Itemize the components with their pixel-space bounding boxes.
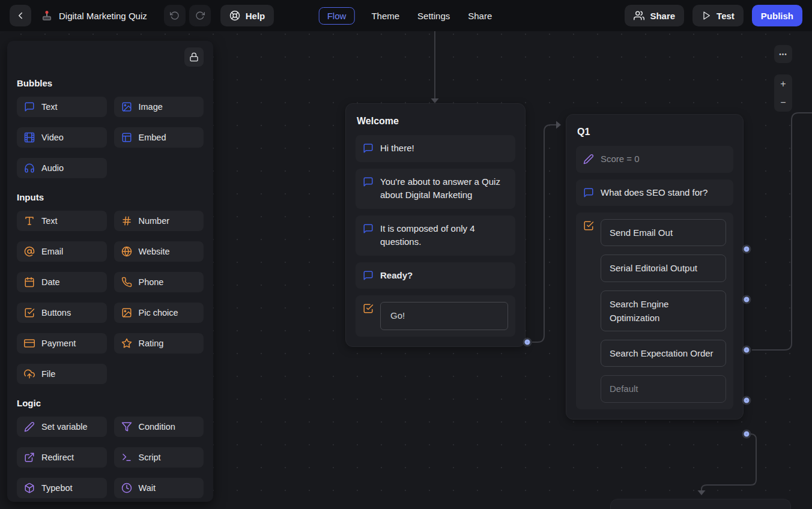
set-variable-block[interactable]: Score = 0 [576, 146, 733, 173]
chat-bubble-icon [363, 223, 374, 234]
test-button[interactable]: Test [692, 5, 744, 26]
redo-button[interactable] [189, 5, 211, 26]
check-square-icon [24, 307, 35, 318]
port-option-4[interactable] [744, 398, 750, 403]
choice-item[interactable]: Search Engine Optimization [601, 291, 726, 332]
topbar: Digital Marketing Quiz Help Flow Theme S… [0, 0, 812, 31]
sidebar-item-email-input[interactable]: Email [17, 241, 107, 262]
share-button[interactable]: Share [625, 5, 684, 26]
bot-title: Digital Marketing Quiz [59, 11, 147, 21]
share-label: Share [650, 11, 675, 21]
type-icon [24, 215, 35, 226]
tab-share[interactable]: Share [467, 8, 493, 24]
lock-sidebar-button[interactable] [184, 47, 204, 67]
text-bubble-block[interactable]: You're about to answer a Quiz about Digi… [356, 169, 515, 209]
box-icon [24, 483, 35, 493]
undo-button[interactable] [164, 5, 186, 26]
port-option-3[interactable] [744, 348, 750, 353]
chat-bubble-icon [583, 187, 594, 198]
bot-brand: Digital Marketing Quiz [41, 10, 156, 22]
section-title-logic: Logic [17, 398, 204, 408]
port-option-2[interactable] [744, 297, 750, 303]
sidebar-item-number-input[interactable]: Number [114, 211, 204, 231]
chat-bubble-icon [363, 176, 374, 187]
check-square-icon [363, 303, 374, 314]
choice-item[interactable]: Go! [380, 302, 508, 330]
filter-icon [121, 421, 132, 432]
back-button[interactable] [10, 5, 31, 26]
sidebar-item-video-bubble[interactable]: Video [17, 127, 107, 148]
calendar-icon [24, 277, 35, 288]
pic-choice-icon [121, 307, 132, 318]
sidebar-item-audio-bubble[interactable]: Audio [17, 158, 107, 178]
sidebar-item-payment-input[interactable]: Payment [17, 333, 107, 354]
publish-button[interactable]: Publish [752, 5, 802, 26]
undo-icon [170, 11, 180, 20]
sidebar-item-script[interactable]: Script [114, 447, 204, 468]
chat-bubble-icon [363, 270, 374, 281]
image-icon [121, 101, 132, 112]
sidebar-item-set-variable[interactable]: Set variable [17, 417, 107, 437]
choice-item[interactable]: Search Expectation Order [601, 340, 726, 367]
text-bubble-block[interactable]: Hi there! [356, 135, 515, 162]
group-title[interactable]: Welcome [357, 116, 514, 127]
choice-item[interactable]: Send Email Out [601, 219, 726, 246]
sidebar-item-image-bubble[interactable]: Image [114, 97, 204, 117]
text-bubble-block[interactable]: What does SEO stand for? [576, 179, 733, 206]
help-button[interactable]: Help [220, 5, 274, 26]
play-icon [701, 11, 711, 20]
choice-item-default[interactable]: Default [601, 375, 726, 402]
zoom-out-button[interactable]: − [774, 93, 792, 112]
choice-item[interactable]: Serial Editorial Output [601, 254, 726, 282]
sidebar-item-pic-choice-input[interactable]: Pic choice [114, 303, 204, 323]
external-link-icon [24, 452, 35, 463]
pencil-icon [24, 421, 35, 432]
sidebar-item-buttons-input[interactable]: Buttons [17, 303, 107, 323]
zoom-controls: + − [774, 74, 792, 112]
headphones-icon [24, 163, 35, 173]
chat-bubble-icon [24, 101, 35, 112]
group-q1[interactable]: Q1 Score = 0 What does SEO stand for? Se… [566, 114, 744, 420]
sidebar-item-rating-input[interactable]: Rating [114, 333, 204, 354]
tab-settings[interactable]: Settings [416, 8, 451, 24]
sidebar-item-phone-input[interactable]: Phone [114, 272, 204, 292]
test-label: Test [717, 11, 735, 21]
terminal-icon [121, 452, 132, 463]
tab-flow[interactable]: Flow [319, 7, 355, 25]
view-tabs: Flow Theme Settings Share [319, 0, 494, 31]
sidebar-item-website-input[interactable]: Website [114, 241, 204, 262]
partial-group-card[interactable] [610, 499, 791, 509]
text-bubble-block[interactable]: Ready? [356, 262, 515, 289]
buttons-input-block[interactable]: Send Email Out Serial Editorial Output S… [576, 212, 733, 409]
buttons-input-block[interactable]: Go! [356, 295, 515, 337]
upload-cloud-icon [24, 369, 35, 379]
section-title-inputs: Inputs [17, 192, 204, 202]
credit-card-icon [24, 338, 35, 349]
sidebar-item-text-bubble[interactable]: Text [17, 97, 107, 117]
globe-icon [121, 246, 132, 257]
sidebar-item-wait[interactable]: Wait [114, 478, 204, 498]
group-welcome[interactable]: Welcome Hi there! You're about to answer… [345, 103, 526, 347]
chevron-left-icon [15, 10, 26, 21]
zoom-in-button[interactable]: + [774, 74, 792, 93]
film-icon [24, 132, 35, 143]
clock-icon [121, 483, 132, 493]
port-go[interactable] [525, 340, 530, 345]
sidebar-item-typebot[interactable]: Typebot [17, 478, 107, 498]
sidebar-item-date-input[interactable]: Date [17, 272, 107, 292]
blocks-sidebar: Bubbles Text Image Video Embed Audio Inp… [7, 41, 213, 502]
life-buoy-icon [229, 10, 240, 21]
canvas-more-button[interactable]: ••• [774, 45, 792, 63]
group-title[interactable]: Q1 [577, 127, 732, 137]
sidebar-item-embed-bubble[interactable]: Embed [114, 127, 204, 148]
port-default[interactable] [744, 432, 750, 437]
sidebar-item-redirect[interactable]: Redirect [17, 447, 107, 468]
sidebar-item-text-input[interactable]: Text [17, 211, 107, 231]
text-bubble-block[interactable]: It is composed of only 4 questions. [356, 215, 515, 256]
tab-theme[interactable]: Theme [370, 8, 401, 24]
port-option-1[interactable] [744, 247, 750, 252]
star-icon [121, 338, 132, 349]
sidebar-item-file-input[interactable]: File [17, 364, 107, 384]
sidebar-item-condition[interactable]: Condition [114, 417, 204, 437]
pencil-icon [583, 154, 594, 164]
